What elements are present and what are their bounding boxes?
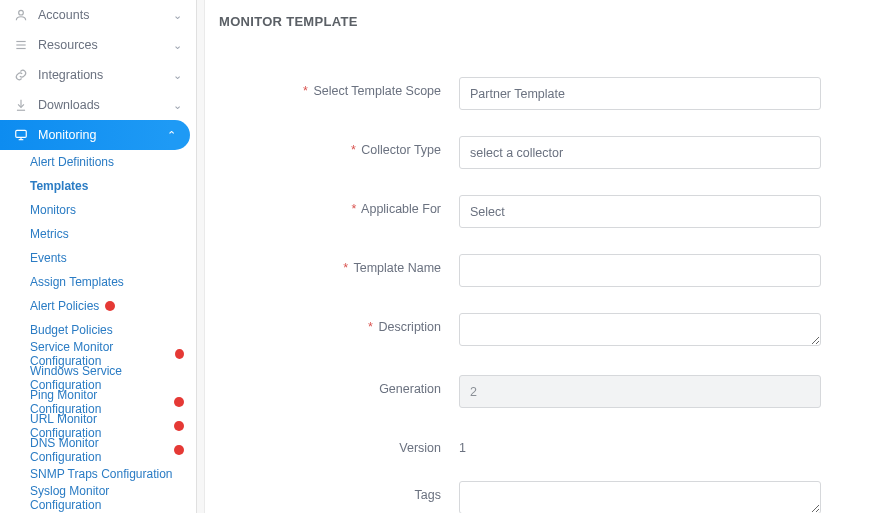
subnav-label: Alert Definitions — [30, 155, 114, 169]
alert-badge-icon — [174, 445, 184, 455]
nav-label: Downloads — [38, 98, 173, 112]
nav-integrations[interactable]: Integrations ⌄ — [0, 60, 196, 90]
alert-badge-icon — [174, 421, 184, 431]
nav-label: Integrations — [38, 68, 173, 82]
subnav-item[interactable]: Alert Policies — [0, 294, 196, 318]
label-generation: Generation — [219, 375, 459, 396]
subnav-item[interactable]: Syslog Monitor Configuration — [0, 486, 196, 510]
subnav-item[interactable]: Events — [0, 246, 196, 270]
subnav-item[interactable]: Budget Policies — [0, 318, 196, 342]
subnav-item[interactable]: Monitors — [0, 198, 196, 222]
label-collector-type: * Collector Type — [219, 136, 459, 157]
subnav-item[interactable]: Alert Definitions — [0, 150, 196, 174]
subnav-label: DNS Monitor Configuration — [30, 436, 168, 464]
link-icon — [14, 68, 28, 82]
chevron-down-icon: ⌄ — [173, 39, 182, 52]
label-template-name: * Template Name — [219, 254, 459, 275]
input-template-name[interactable] — [459, 254, 821, 287]
alert-badge-icon — [105, 301, 115, 311]
chevron-down-icon: ⌄ — [173, 9, 182, 22]
subnav-label: Metrics — [30, 227, 69, 241]
row-applicable-for: * Applicable For Select — [219, 195, 849, 228]
alert-badge-icon — [174, 397, 184, 407]
subnav-item[interactable]: DNS Monitor Configuration — [0, 438, 196, 462]
nav-resources[interactable]: Resources ⌄ — [0, 30, 196, 60]
nav-label: Monitoring — [38, 128, 167, 142]
subnav-label: Monitors — [30, 203, 76, 217]
chevron-up-icon: ⌃ — [167, 129, 176, 142]
monitor-icon — [14, 128, 28, 142]
select-applicable-for[interactable]: Select — [459, 195, 821, 228]
subnav-label: SNMP Traps Configuration — [30, 467, 173, 481]
page-title: MONITOR TEMPLATE — [219, 14, 849, 29]
subnav-label: Alert Policies — [30, 299, 99, 313]
svg-point-0 — [19, 10, 24, 15]
select-collector-type[interactable]: select a collector — [459, 136, 821, 169]
subnav-label: Assign Templates — [30, 275, 124, 289]
subnav-label: Budget Policies — [30, 323, 113, 337]
divider — [197, 0, 205, 513]
row-collector-type: * Collector Type select a collector — [219, 136, 849, 169]
chevron-down-icon: ⌄ — [173, 69, 182, 82]
readonly-generation: 2 — [459, 375, 821, 408]
subnav-item[interactable]: Ping Monitor Configuration — [0, 390, 196, 414]
subnav-item[interactable]: Windows Service Configuration — [0, 366, 196, 390]
subnav-label: Events — [30, 251, 67, 265]
row-version: Version 1 — [219, 434, 849, 455]
row-template-scope: * Select Template Scope Partner Template — [219, 77, 849, 110]
select-template-scope[interactable]: Partner Template — [459, 77, 821, 110]
download-icon — [14, 98, 28, 112]
static-version: 1 — [459, 434, 821, 455]
sidebar: Accounts ⌄ Resources ⌄ Integrations ⌄ Do… — [0, 0, 197, 513]
subnav-item[interactable]: Service Monitor Configuration — [0, 342, 196, 366]
label-applicable-for: * Applicable For — [219, 195, 459, 216]
svg-rect-4 — [16, 130, 27, 137]
nav-label: Accounts — [38, 8, 173, 22]
row-description: * Description — [219, 313, 849, 349]
subnav-monitoring: Alert DefinitionsTemplatesMonitorsMetric… — [0, 150, 196, 510]
nav-label: Resources — [38, 38, 173, 52]
label-template-scope: * Select Template Scope — [219, 77, 459, 98]
nav-downloads[interactable]: Downloads ⌄ — [0, 90, 196, 120]
row-template-name: * Template Name — [219, 254, 849, 287]
subnav-item[interactable]: Metrics — [0, 222, 196, 246]
subnav-label: Syslog Monitor Configuration — [30, 484, 184, 512]
main-content: MONITOR TEMPLATE * Select Template Scope… — [205, 0, 877, 513]
subnav-label: Templates — [30, 179, 88, 193]
textarea-tags[interactable] — [459, 481, 821, 513]
nav-accounts[interactable]: Accounts ⌄ — [0, 0, 196, 30]
list-icon — [14, 38, 28, 52]
subnav-item[interactable]: Templates — [0, 174, 196, 198]
person-icon — [14, 8, 28, 22]
row-tags: Tags — [219, 481, 849, 513]
subnav-item[interactable]: URL Monitor Configuration — [0, 414, 196, 438]
subnav-item[interactable]: Assign Templates — [0, 270, 196, 294]
chevron-down-icon: ⌄ — [173, 99, 182, 112]
label-description: * Description — [219, 313, 459, 334]
nav-monitoring[interactable]: Monitoring ⌃ — [0, 120, 190, 150]
row-generation: Generation 2 — [219, 375, 849, 408]
label-tags: Tags — [219, 481, 459, 502]
label-version: Version — [219, 434, 459, 455]
subnav-item[interactable]: SNMP Traps Configuration — [0, 462, 196, 486]
textarea-description[interactable] — [459, 313, 821, 346]
alert-badge-icon — [175, 349, 184, 359]
